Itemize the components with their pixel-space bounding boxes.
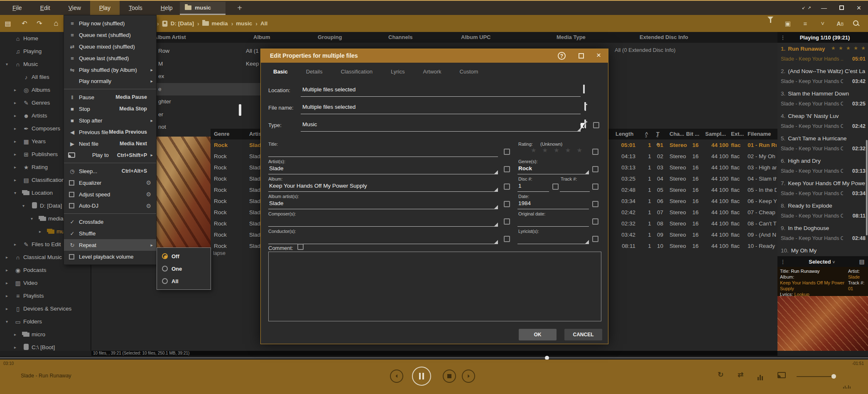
grid-icon[interactable] xyxy=(583,86,592,95)
dropdown-corner-icon[interactable] xyxy=(494,170,498,174)
tree-caret-icon[interactable]: ▸ xyxy=(14,152,21,157)
breadcrumb-item[interactable]: › music xyxy=(231,20,253,27)
apply-checkbox[interactable] xyxy=(592,236,598,242)
column-header[interactable]: Grouping xyxy=(318,32,342,43)
repeat-icon[interactable]: ↻ xyxy=(718,370,723,379)
breadcrumb-item[interactable]: › All xyxy=(255,20,267,27)
menubar-item[interactable]: View xyxy=(59,1,90,15)
apply-checkbox[interactable] xyxy=(504,166,510,172)
sidebar-item[interactable]: ▸ Playlists xyxy=(0,289,91,302)
sidebar-item[interactable]: ▸ Podcasts xyxy=(0,264,91,277)
sidebar-item[interactable]: ▸ Devices & Services xyxy=(0,302,91,315)
dropdown-corner-icon[interactable] xyxy=(494,240,498,244)
dropdown-corner-icon[interactable] xyxy=(494,205,498,209)
menu-item[interactable]: ✓ Crossfade xyxy=(64,216,156,228)
dialog-tab[interactable]: Lyrics xyxy=(391,69,405,75)
apply-checkbox[interactable] xyxy=(504,201,510,207)
field-value[interactable]: Keep Your Hands Off My Power Supply xyxy=(269,183,367,189)
kebab-menu-icon[interactable]: ⋮ xyxy=(777,259,788,265)
tree-caret-icon[interactable]: ▸ xyxy=(14,88,21,92)
filter-entry[interactable]: ex xyxy=(157,70,260,83)
apply-checkbox[interactable] xyxy=(504,149,510,155)
menu-item[interactable]: ✓ Shuffle xyxy=(64,228,156,239)
field-value[interactable]: Rock xyxy=(518,165,532,171)
font-size-icon[interactable]: AB xyxy=(836,20,845,27)
playlist-item[interactable]: 7.Keep Your Hands Off My Powe... Slade -… xyxy=(777,177,868,200)
rating-stars[interactable]: ★ ★ ★ ★ ★ xyxy=(531,147,584,154)
stop-button[interactable] xyxy=(443,370,456,383)
gear-icon[interactable]: ⚙ xyxy=(146,179,151,186)
menubar-item[interactable]: Help xyxy=(152,1,182,15)
column-header[interactable]: Album UPC xyxy=(461,32,491,43)
tab-music[interactable]: music xyxy=(180,2,226,15)
dropdown-corner-icon[interactable] xyxy=(577,128,581,132)
column-header[interactable]: Album Artist xyxy=(154,32,186,43)
maximize-button[interactable] xyxy=(836,3,847,12)
tree-caret-icon[interactable]: ▸ xyxy=(6,306,12,311)
sidebar-item[interactable]: ▾ Folders xyxy=(0,315,91,328)
menu-item[interactable]: Adjust speed ⚙ xyxy=(64,188,156,200)
undo-icon[interactable]: ↶ xyxy=(18,15,31,32)
view-list-icon[interactable]: ≡ xyxy=(801,20,810,27)
tree-caret-icon[interactable]: ▸ xyxy=(14,242,21,247)
new-tab-button[interactable]: + xyxy=(233,1,247,15)
field-value[interactable]: Music xyxy=(302,121,317,127)
dialog-tab[interactable]: Custom xyxy=(460,69,478,75)
seek-bar[interactable] xyxy=(0,356,868,360)
apply-checkbox[interactable] xyxy=(552,184,559,190)
column-header-bit[interactable]: Bit ... xyxy=(686,129,699,139)
auto-organize-icon[interactable]: ▣ xyxy=(783,20,792,27)
column-header-length[interactable]: Length xyxy=(615,129,633,139)
volume-knob[interactable] xyxy=(831,374,836,379)
field-value[interactable]: Multiple files selected xyxy=(302,104,356,110)
tree-caret-icon[interactable]: ▸ xyxy=(14,178,21,182)
field-value[interactable]: Slade xyxy=(269,165,284,171)
field-value[interactable]: 1984 xyxy=(518,200,531,206)
column-header-ext[interactable]: Ext... xyxy=(731,129,744,139)
panel-toggle-icon[interactable]: ▤ xyxy=(2,15,14,32)
apply-checkbox[interactable] xyxy=(592,184,598,190)
scrollbar-thumb[interactable] xyxy=(866,140,868,235)
column-header-channels[interactable]: Cha... xyxy=(669,129,684,139)
dropdown-corner-icon[interactable] xyxy=(494,188,498,191)
menu-item[interactable]: Auto-DJ ⚙ xyxy=(64,200,156,214)
apply-checkbox[interactable] xyxy=(592,166,598,172)
filter-entry[interactable]: ghter xyxy=(157,95,260,108)
tree-caret-icon[interactable]: ▸ xyxy=(14,126,21,131)
playlist-item[interactable]: 3.Slam the Hammer Down Slade - Keep Your… xyxy=(777,88,868,110)
menu-item[interactable]: Play normally ▸ xyxy=(64,76,156,89)
playlist-item[interactable]: 4.Cheap 'N' Nasty Luv Slade - Keep Your … xyxy=(777,110,868,132)
playlist-item[interactable]: 9.In the Doghouse Slade - Keep Your Hand… xyxy=(777,222,868,245)
apply-checkbox[interactable] xyxy=(592,218,598,225)
playlist-item[interactable]: 8.Ready to Explode Slade - Keep Your Han… xyxy=(777,200,868,222)
dropdown-corner-icon[interactable] xyxy=(585,240,589,244)
menu-item[interactable]: ⇄ Queue mixed (shuffled) xyxy=(64,41,156,52)
apply-checkbox[interactable] xyxy=(592,149,598,155)
apply-checkbox[interactable] xyxy=(593,122,599,128)
rating-stars[interactable]: ★ ★ ★ ★ ★ xyxy=(831,45,866,51)
tree-caret-icon[interactable]: ▸ xyxy=(39,229,46,234)
column-header-sample[interactable]: Sampl... xyxy=(705,129,726,139)
menu-item[interactable]: ■ Stop Media Stop xyxy=(64,103,156,115)
pause-button[interactable] xyxy=(412,367,431,386)
close-button[interactable]: × xyxy=(853,3,865,12)
playlist-item[interactable]: 6.High and Dry Slade - Keep Your Hands O… xyxy=(777,155,868,177)
apply-checkbox[interactable] xyxy=(592,201,598,207)
dialog-tab[interactable]: Classification xyxy=(341,69,373,75)
next-button[interactable]: ⏵ xyxy=(462,370,475,383)
tree-caret-icon[interactable]: ▸ xyxy=(14,345,21,350)
tree-caret-icon[interactable]: ▾ xyxy=(6,319,12,324)
search-icon[interactable] xyxy=(852,20,860,27)
sidebar-item[interactable]: ▸ micro xyxy=(0,328,91,341)
menubar-item[interactable]: Edit xyxy=(31,1,59,15)
tree-caret-icon[interactable]: ▸ xyxy=(6,294,12,298)
menu-item[interactable]: ⇋ Play shuffled (by Album) ▸ xyxy=(64,64,156,76)
tree-caret-icon[interactable]: ▸ xyxy=(14,113,21,118)
filter-entry[interactable]: er xyxy=(157,108,260,121)
tree-caret-icon[interactable]: ▸ xyxy=(14,100,21,105)
dropdown-corner-icon[interactable] xyxy=(494,223,498,226)
submenu-item[interactable]: One xyxy=(157,262,211,275)
menu-item[interactable]: ◷ Sleep... Ctrl+Alt+S xyxy=(64,165,156,177)
playlist-item[interactable]: 1.Run Runaway ★ ★ ★ ★ ★ Slade - Keep You… xyxy=(777,43,868,65)
tree-caret-icon[interactable]: ▸ xyxy=(14,139,21,144)
